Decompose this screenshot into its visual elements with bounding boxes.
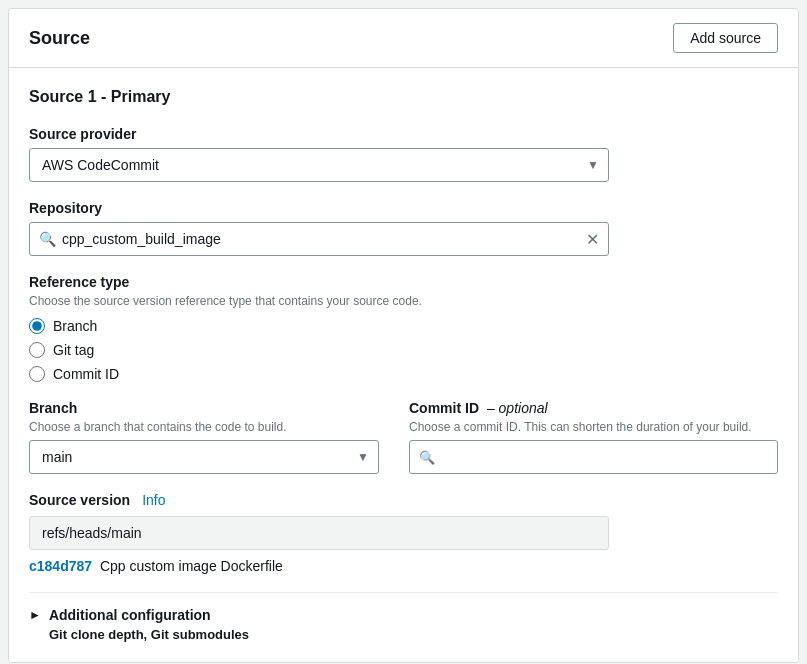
radio-git-tag[interactable] bbox=[29, 342, 45, 358]
reference-type-sublabel: Choose the source version reference type… bbox=[29, 294, 778, 308]
branch-label: Branch bbox=[29, 400, 379, 416]
page-title: Source bbox=[29, 28, 90, 49]
additional-config-title: Additional configuration bbox=[49, 607, 211, 623]
radio-branch-label[interactable]: Branch bbox=[53, 318, 97, 334]
branch-commit-row: Branch Choose a branch that contains the… bbox=[29, 400, 778, 474]
branch-col: Branch Choose a branch that contains the… bbox=[29, 400, 379, 474]
reference-type-group: Reference type Choose the source version… bbox=[29, 274, 778, 382]
commit-search-wrapper: 🔍 bbox=[409, 440, 778, 474]
source-version-header: Source version Info bbox=[29, 492, 778, 508]
branch-select-wrapper: maindevelopmaster ▼ bbox=[29, 440, 379, 474]
reference-type-label: Reference type bbox=[29, 274, 778, 290]
section-title: Source 1 - Primary bbox=[29, 88, 778, 106]
commit-id-optional: – optional bbox=[487, 400, 548, 416]
branch-sublabel: Choose a branch that contains the code t… bbox=[29, 420, 379, 434]
source-version-info-link[interactable]: Info bbox=[142, 492, 165, 508]
radio-commit-id[interactable] bbox=[29, 366, 45, 382]
commit-line: c184d787 Cpp custom image Dockerfile bbox=[29, 558, 778, 574]
radio-item-git-tag: Git tag bbox=[29, 342, 778, 358]
repository-label: Repository bbox=[29, 200, 778, 216]
radio-git-tag-label[interactable]: Git tag bbox=[53, 342, 94, 358]
source-provider-label: Source provider bbox=[29, 126, 778, 142]
commit-id-sublabel: Choose a commit ID. This can shorten the… bbox=[409, 420, 778, 434]
add-source-button[interactable]: Add source bbox=[673, 23, 778, 53]
content-area: Source 1 - Primary Source provider AWS C… bbox=[9, 68, 798, 662]
source-version-section: Source version Info refs/heads/main c184… bbox=[29, 492, 778, 574]
commit-id-input[interactable] bbox=[409, 440, 778, 474]
clear-icon[interactable]: ✕ bbox=[586, 230, 599, 249]
radio-branch[interactable] bbox=[29, 318, 45, 334]
additional-config-sub: Git clone depth, Git submodules bbox=[49, 627, 778, 642]
source-provider-group: Source provider AWS CodeCommitGitHubBitb… bbox=[29, 126, 778, 182]
commit-hash: c184d787 bbox=[29, 558, 92, 574]
additional-config-header[interactable]: ► Additional configuration bbox=[29, 607, 778, 623]
additional-config-section: ► Additional configuration Git clone dep… bbox=[29, 592, 778, 642]
repository-search-wrapper: 🔍 ✕ bbox=[29, 222, 609, 256]
radio-commit-id-label[interactable]: Commit ID bbox=[53, 366, 119, 382]
source-version-value: refs/heads/main bbox=[29, 516, 609, 550]
triangle-icon: ► bbox=[29, 608, 41, 622]
source-provider-select[interactable]: AWS CodeCommitGitHubBitbucketS3 bbox=[29, 148, 609, 182]
branch-select[interactable]: maindevelopmaster bbox=[29, 440, 379, 474]
radio-item-commit-id: Commit ID bbox=[29, 366, 778, 382]
repository-input[interactable] bbox=[29, 222, 609, 256]
commit-message: Cpp custom image Dockerfile bbox=[100, 558, 283, 574]
main-panel: Source Add source Source 1 - Primary Sou… bbox=[8, 8, 799, 663]
commit-id-label: Commit ID – optional bbox=[409, 400, 778, 416]
commit-id-col: Commit ID – optional Choose a commit ID.… bbox=[409, 400, 778, 474]
source-version-label: Source version bbox=[29, 492, 130, 508]
page-header: Source Add source bbox=[9, 9, 798, 68]
source-provider-select-wrapper: AWS CodeCommitGitHubBitbucketS3 ▼ bbox=[29, 148, 609, 182]
repository-group: Repository 🔍 ✕ bbox=[29, 200, 778, 256]
radio-item-branch: Branch bbox=[29, 318, 778, 334]
